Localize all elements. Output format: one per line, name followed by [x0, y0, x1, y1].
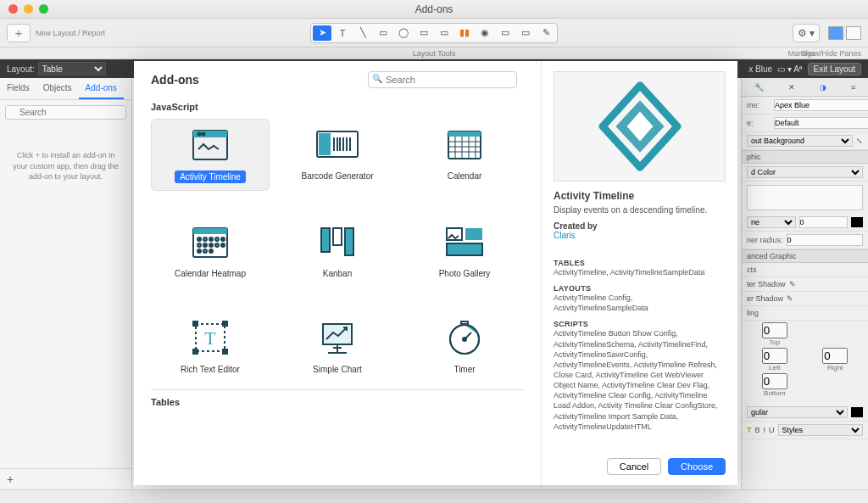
svg-point-29: [203, 243, 207, 247]
svg-point-31: [215, 243, 219, 247]
choose-button[interactable]: Choose: [668, 458, 726, 475]
svg-point-30: [209, 243, 213, 247]
modal-detail: Activity Timeline Display events on a de…: [541, 61, 737, 485]
barcode-icon: [315, 126, 359, 163]
addon-rich-text[interactable]: T Rich Text Editor: [151, 312, 270, 383]
svg-rect-22: [193, 228, 227, 234]
created-by-link[interactable]: Claris: [554, 231, 726, 240]
svg-text:T: T: [204, 327, 216, 349]
addon-label: Timer: [448, 363, 480, 376]
addon-label: Calendar: [442, 170, 487, 182]
simple-chart-icon: [315, 319, 359, 356]
created-by-label: Created by: [554, 221, 726, 231]
addon-label: Simple Chart: [308, 363, 367, 376]
svg-rect-38: [333, 228, 342, 245]
svg-point-27: [221, 238, 225, 241]
activity-timeline-icon: [188, 126, 232, 164]
modal-button-row: Cancel Choose: [554, 450, 726, 475]
detail-description: Display events on a descending timeline.: [554, 205, 726, 215]
category-tables: Tables: [151, 389, 524, 407]
svg-point-2: [198, 133, 201, 136]
addon-timer[interactable]: Timer: [405, 312, 524, 383]
addon-label: Rich Text Editor: [175, 363, 245, 376]
heatmap-icon: [188, 223, 232, 260]
svg-rect-5: [319, 133, 331, 155]
addon-photo-gallery[interactable]: Photo Gallery: [405, 216, 524, 287]
addon-simple-chart[interactable]: Simple Chart: [278, 312, 397, 383]
addon-label: Photo Gallery: [434, 267, 496, 280]
modal-search-input[interactable]: [368, 71, 517, 88]
svg-rect-13: [448, 131, 481, 137]
svg-point-25: [209, 238, 213, 241]
svg-rect-50: [223, 349, 227, 354]
addon-label: Calendar Heatmap: [170, 267, 251, 280]
addon-label: Activity Timeline: [175, 170, 246, 183]
svg-point-33: [198, 249, 201, 253]
svg-point-59: [463, 338, 466, 341]
addon-calendar-heatmap[interactable]: Calendar Heatmap: [151, 216, 270, 287]
svg-rect-49: [193, 349, 198, 354]
addon-grid: Activity Timeline Barcode Generator Cale…: [151, 119, 524, 383]
scripts-body: ActivityTimeline Button Show Config, Act…: [554, 328, 726, 431]
svg-rect-39: [345, 228, 353, 255]
layouts-heading: LAYOUTS: [554, 284, 726, 293]
svg-point-34: [203, 249, 207, 253]
svg-rect-60: [461, 321, 468, 324]
addon-calendar[interactable]: Calendar: [405, 119, 524, 191]
svg-rect-48: [223, 321, 227, 326]
tables-body: ActivityTimeline, ActivityTimelineSample…: [554, 267, 726, 277]
svg-point-35: [209, 249, 213, 253]
addon-activity-timeline[interactable]: Activity Timeline: [151, 119, 270, 191]
detail-preview: [554, 71, 726, 182]
cancel-button[interactable]: Cancel: [607, 458, 661, 475]
photo-gallery-icon: [442, 223, 487, 260]
rich-text-icon: T: [188, 319, 232, 356]
addon-kanban[interactable]: Kanban: [278, 216, 397, 287]
modal-search-wrap: [368, 71, 517, 88]
svg-point-3: [203, 133, 205, 136]
svg-rect-36: [321, 228, 330, 252]
svg-point-23: [198, 238, 201, 241]
addons-modal: Add-ons JavaScript Activity Timeline Bar…: [134, 61, 737, 485]
tables-heading: TABLES: [554, 259, 726, 267]
svg-point-32: [221, 243, 225, 247]
svg-rect-47: [193, 321, 198, 326]
category-javascript: JavaScript: [151, 102, 524, 112]
detail-title: Activity Timeline: [554, 190, 726, 202]
layouts-body: ActivityTimeline Config, ActivityTimelin…: [554, 293, 726, 313]
kanban-icon: [315, 223, 359, 260]
addon-label: Kanban: [318, 267, 357, 280]
addon-barcode-generator[interactable]: Barcode Generator: [278, 119, 397, 191]
calendar-icon: [442, 126, 487, 163]
scripts-heading: SCRIPTS: [554, 320, 726, 328]
svg-point-24: [203, 238, 207, 241]
svg-rect-43: [447, 243, 482, 255]
timer-icon: [442, 319, 487, 356]
addon-label: Barcode Generator: [296, 170, 378, 182]
svg-rect-42: [465, 228, 482, 240]
svg-point-26: [215, 238, 219, 241]
svg-point-28: [198, 243, 201, 247]
modal-browser: Add-ons JavaScript Activity Timeline Bar…: [134, 61, 541, 485]
